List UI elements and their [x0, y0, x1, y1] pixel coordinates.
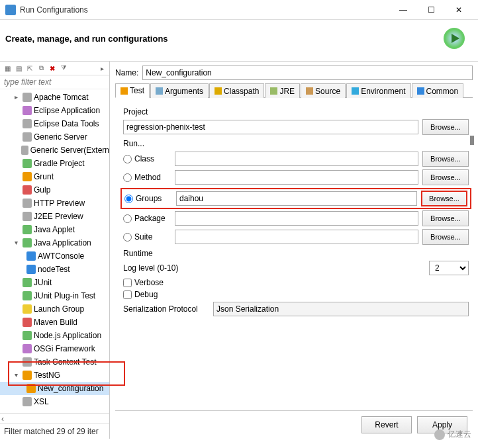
debug-checkbox[interactable]	[123, 291, 132, 299]
tree-item-gulp[interactable]: Gulp	[0, 183, 109, 197]
verbose-checkbox[interactable]	[123, 279, 132, 287]
tree-item-icon	[23, 93, 32, 102]
tab-common[interactable]: Common	[412, 83, 464, 98]
tree-item-icon	[23, 172, 32, 181]
tree-item-icon	[23, 132, 32, 142]
tree-item-icon	[23, 238, 32, 247]
run-class-input[interactable]	[175, 152, 418, 166]
minimize-button[interactable]: —	[389, 1, 417, 19]
tree-item-awtconsole[interactable]: AWTConsole	[0, 249, 109, 263]
name-input[interactable]	[142, 66, 473, 80]
run-method-option[interactable]: Method	[123, 173, 171, 182]
tree-item-generic-server-extern[interactable]: Generic Server(Extern	[0, 144, 109, 157]
expand-arrow-icon[interactable]: ▾	[15, 237, 23, 249]
log-level-select[interactable]: 2	[429, 261, 469, 275]
tree-item-icon	[23, 304, 32, 314]
tree-item-label: Gulp	[34, 184, 50, 196]
jre-icon	[270, 87, 277, 95]
tree-item-osgi-framework[interactable]: OSGi Framework	[0, 342, 109, 355]
run-class-radio[interactable]	[123, 155, 132, 163]
tree-item-testng[interactable]: ▾TestNG	[0, 369, 109, 382]
tree-item-nodetest[interactable]: nodeTest	[0, 263, 109, 276]
run-label: Run...	[123, 139, 469, 148]
filter-input[interactable]	[0, 75, 109, 89]
sidebar-toolbar: ▦ ▤ ⇱ ⧉ ✖ ⧩ ▸	[0, 62, 109, 75]
expand-arrow-icon[interactable]: ▾	[15, 369, 23, 381]
header-heading: Create, manage, and run configurations	[5, 34, 444, 44]
project-input[interactable]	[123, 120, 418, 134]
new-config-icon[interactable]: ▦	[3, 64, 12, 73]
project-browse-button[interactable]: Browse...	[422, 119, 469, 135]
run-package-radio[interactable]	[123, 214, 132, 223]
tab-source[interactable]: Source	[301, 83, 346, 98]
delete-icon[interactable]: ✖	[48, 64, 57, 73]
tab-jre[interactable]: JRE	[265, 83, 300, 98]
tree-item-generic-server[interactable]: Generic Server	[0, 130, 109, 144]
run-class-option[interactable]: Class	[123, 154, 171, 163]
tree-item-icon	[23, 199, 32, 208]
tree-item-java-application[interactable]: ▾Java Application	[0, 236, 109, 249]
tab-test[interactable]: Test	[115, 83, 150, 98]
project-label: Project	[123, 107, 469, 116]
name-label: Name:	[115, 68, 138, 77]
duplicate-icon[interactable]: ⧉	[36, 64, 46, 73]
tree-item-http-preview[interactable]: HTTP Preview	[0, 197, 109, 210]
tree-item-gradle-project[interactable]: Gradle Project	[0, 157, 109, 170]
tree-item-label: Task Context Test	[34, 356, 97, 368]
tree-item-icon	[23, 344, 32, 353]
runtime-label: Runtime	[123, 249, 469, 258]
tree-hscroll[interactable]: ‹	[0, 413, 109, 424]
maximize-button[interactable]: ☐	[417, 1, 445, 19]
tree-item-task-context-test[interactable]: Task Context Test	[0, 355, 109, 369]
run-groups-radio[interactable]	[124, 195, 133, 203]
verbose-label: Verbose	[134, 278, 164, 287]
tree-item-icon	[23, 225, 32, 234]
serialization-protocol-select[interactable]	[213, 302, 469, 316]
tree-item-junit-plug-in-test[interactable]: JUnit Plug-in Test	[0, 289, 109, 302]
tree-item-grunt[interactable]: Grunt	[0, 170, 109, 183]
tree-item-launch-group[interactable]: Launch Group	[0, 302, 109, 316]
run-suite-browse-button[interactable]: Browse...	[422, 229, 469, 245]
run-suite-option[interactable]: Suite	[123, 232, 171, 242]
expand-arrow-icon[interactable]: ▸	[15, 91, 23, 103]
tree-item-node-js-application[interactable]: Node.js Application	[0, 329, 109, 342]
tree-item-eclipse-data-tools[interactable]: Eclipse Data Tools	[0, 117, 109, 130]
run-suite-radio[interactable]	[123, 233, 132, 242]
collapse-icon[interactable]: ▸	[97, 64, 107, 73]
header: Create, manage, and run configurations	[0, 20, 478, 62]
run-method-input[interactable]	[175, 170, 418, 185]
run-method-radio[interactable]	[123, 173, 132, 182]
tree-item-label: Java Applet	[34, 224, 75, 236]
run-groups-browse-button[interactable]: Browse...	[421, 191, 467, 206]
filter-icon[interactable]: ⧩	[59, 64, 68, 73]
tree-item-j2ee-preview[interactable]: J2EE Preview	[0, 210, 109, 223]
tab-classpath[interactable]: Classpath	[209, 83, 264, 98]
tree-item-new-configuration[interactable]: New_configuration	[0, 382, 109, 395]
titlebar: Run Configurations — ☐ ✕	[0, 0, 478, 20]
tree-item-icon	[23, 318, 32, 327]
tree-item-xsl[interactable]: XSL	[0, 395, 109, 408]
tree-item-junit[interactable]: JUnit	[0, 276, 109, 289]
close-button[interactable]: ✕	[445, 1, 473, 19]
run-package-input[interactable]	[175, 211, 418, 226]
export-icon[interactable]: ⇱	[25, 64, 34, 73]
config-tree[interactable]: ▸Apache TomcatEclipse ApplicationEclipse…	[0, 89, 109, 413]
tree-item-icon	[23, 397, 32, 406]
scroll-indicator-icon	[470, 136, 474, 145]
tab-arguments[interactable]: Arguments	[150, 83, 209, 98]
tree-item-eclipse-application[interactable]: Eclipse Application	[0, 104, 109, 117]
new-proto-icon[interactable]: ▤	[14, 64, 23, 73]
run-package-browse-button[interactable]: Browse...	[422, 210, 469, 226]
run-method-browse-button[interactable]: Browse...	[422, 169, 469, 185]
run-groups-input[interactable]	[176, 191, 417, 206]
tree-item-java-applet[interactable]: Java Applet	[0, 223, 109, 236]
run-groups-option[interactable]: Groups	[124, 194, 172, 203]
revert-button[interactable]: Revert	[361, 416, 412, 433]
watermark-text: 亿速云	[448, 429, 471, 440]
tab-environment[interactable]: Environment	[346, 83, 410, 98]
run-class-browse-button[interactable]: Browse...	[422, 151, 469, 167]
run-package-option[interactable]: Package	[123, 214, 171, 223]
tree-item-maven-build[interactable]: Maven Build	[0, 316, 109, 329]
tree-item-apache-tomcat[interactable]: ▸Apache Tomcat	[0, 91, 109, 104]
run-suite-input[interactable]	[175, 230, 418, 244]
